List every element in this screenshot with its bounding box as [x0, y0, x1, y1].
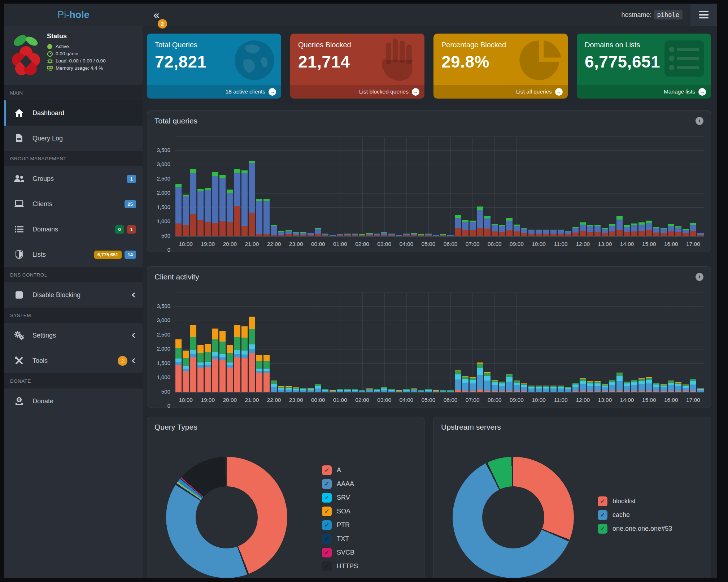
legend-checkbox-icon[interactable]: ✓: [322, 465, 332, 475]
card-footer-link[interactable]: Manage lists→: [577, 85, 711, 99]
sidebar-item-tools[interactable]: Tools2: [4, 348, 143, 373]
users-icon: [14, 175, 25, 182]
stacked-bar: [455, 370, 461, 392]
query-types-donut: [166, 457, 287, 578]
stacked-bar: [587, 225, 593, 236]
legend-checkbox-icon[interactable]: ✓: [598, 496, 607, 506]
stacked-bar: [381, 232, 387, 236]
sidebar: Status Active0.00 q/minLoad: 0.00 / 0.00…: [4, 26, 143, 578]
legend-checkbox-icon[interactable]: ✓: [322, 520, 332, 530]
legend-checkbox-icon[interactable]: ✓: [598, 510, 607, 520]
legend-checkbox-icon[interactable]: ✓: [322, 493, 332, 503]
top-bar: Pi-hole « 2 hostname:pihole: [4, 4, 717, 26]
stacked-bar: [190, 325, 196, 392]
brand-hole: hole: [69, 9, 90, 20]
sidebar-item-dashboard[interactable]: Dashboard: [4, 100, 143, 126]
status-row: Active: [47, 43, 106, 50]
x-axis-tick: 13:00: [598, 241, 612, 247]
stacked-bar: [506, 218, 512, 236]
stacked-bar: [425, 234, 431, 236]
stacked-bar: [440, 234, 446, 236]
sidebar-item-domains[interactable]: Domains01: [4, 217, 143, 242]
hostname-value: pihole: [654, 10, 683, 19]
stacked-bar: [425, 389, 431, 392]
stacked-bar: [337, 389, 343, 392]
card-footer-link[interactable]: List blocked queries→: [290, 85, 424, 99]
x-axis-tick: 06:00: [444, 241, 458, 247]
sidebar-item-disable-blocking[interactable]: Disable Blocking: [4, 282, 143, 308]
y-axis-tick: 3,000: [157, 161, 170, 167]
stacked-bar: [646, 377, 652, 392]
stacked-bar: [521, 383, 527, 392]
sidebar-item-groups[interactable]: Groups1: [4, 166, 143, 191]
y-axis-tick: 2,000: [157, 190, 170, 196]
main-content: Total Queries72,82118 active clients→Que…: [143, 26, 717, 578]
legend-item-blocklist: ✓blocklist: [598, 496, 672, 506]
stacked-bar: [638, 222, 645, 236]
x-axis-tick: 01:00: [333, 241, 347, 247]
pihole-raspberry-logo: [9, 32, 43, 78]
count-badge: 1: [127, 225, 136, 234]
status-title: Status: [47, 32, 106, 40]
legend-checkbox-icon[interactable]: ✓: [322, 548, 332, 557]
brand-logo[interactable]: Pi-hole: [4, 9, 143, 21]
client-activity-chart[interactable]: 05001,0001,5002,0002,5003,0003,50018:001…: [147, 287, 711, 408]
legend-item-soa: ✓SOA: [322, 507, 358, 516]
legend-item-ptr: ✓PTR: [322, 520, 358, 530]
legend-checkbox-icon[interactable]: ✓: [322, 479, 332, 489]
total-queries-chart[interactable]: 05001,0001,5002,0002,5003,0003,50018:001…: [147, 131, 711, 252]
update-badge: 2: [158, 19, 167, 29]
stacked-bar: [411, 233, 417, 236]
card-footer-link[interactable]: 18 active clients→: [147, 85, 281, 99]
sidebar-item-label: Query Log: [32, 135, 63, 142]
x-axis-tick: 05:00: [422, 241, 436, 247]
card-footer-link[interactable]: List all queries→: [433, 85, 568, 99]
sidebar-item-settings[interactable]: Settings: [4, 323, 143, 348]
count-badge: 14: [125, 251, 136, 259]
stacked-bar: [514, 381, 520, 392]
sidebar-collapse-button[interactable]: « 2: [153, 11, 168, 18]
status-row: Load: 0.00 / 0.00 / 0.00: [47, 57, 106, 65]
sidebar-item-clients[interactable]: Clients25: [4, 191, 143, 217]
sidebar-item-query-log[interactable]: Query Log: [4, 126, 143, 151]
stacked-bar: [565, 387, 571, 392]
stacked-bar: [543, 230, 549, 236]
legend-checkbox-icon[interactable]: ✓: [322, 507, 332, 516]
sidebar-menu: MAINDashboardQuery LogGROUP MANAGEMENTGr…: [4, 85, 143, 414]
stacked-bar: [624, 225, 630, 236]
stacked-bar: [514, 225, 520, 236]
stacked-bar: [661, 384, 667, 392]
legend-checkbox-icon[interactable]: ✓: [322, 534, 332, 544]
count-badge: 25: [125, 200, 136, 208]
stacked-bar: [558, 230, 564, 236]
legend-checkbox-icon[interactable]: ✓: [598, 524, 607, 534]
stacked-bar: [249, 317, 255, 392]
x-axis-tick: 18:00: [179, 397, 193, 403]
stacked-bar: [227, 345, 233, 392]
x-axis-tick: 20:00: [223, 397, 237, 403]
stacked-bar: [631, 380, 637, 392]
card-title: Percentage Blocked: [433, 34, 568, 49]
stacked-bar: [521, 228, 527, 236]
x-axis-tick: 22:00: [267, 397, 281, 403]
stacked-bar: [359, 234, 365, 236]
sidebar-item-donate[interactable]: $Donate: [4, 388, 143, 414]
stacked-bar: [447, 390, 453, 392]
file-icon: [14, 134, 25, 142]
info-icon[interactable]: i: [696, 117, 703, 125]
legend-checkbox-icon[interactable]: ✓: [322, 561, 332, 571]
total-queries-panel: Total queries i 05001,0001,5002,0002,500…: [147, 110, 711, 252]
hamburger-menu-button[interactable]: [690, 4, 717, 26]
sidebar-item-lists[interactable]: Lists6,775,65114: [4, 242, 143, 267]
chevron-left-icon: [132, 292, 137, 297]
stacked-bar: [499, 382, 505, 392]
info-icon[interactable]: i: [696, 273, 703, 281]
stacked-bar: [550, 230, 557, 236]
legend-label: blocklist: [613, 498, 636, 505]
stacked-bar: [616, 373, 623, 392]
stacked-bar: [477, 362, 483, 392]
status-text: Load: 0.00 / 0.00 / 0.00: [56, 57, 106, 65]
stacked-bar: [492, 380, 498, 392]
upstream-servers-panel: Upstream servers ✓blocklist✓cache✓one.on…: [433, 417, 711, 578]
stacked-bar: [322, 234, 328, 236]
